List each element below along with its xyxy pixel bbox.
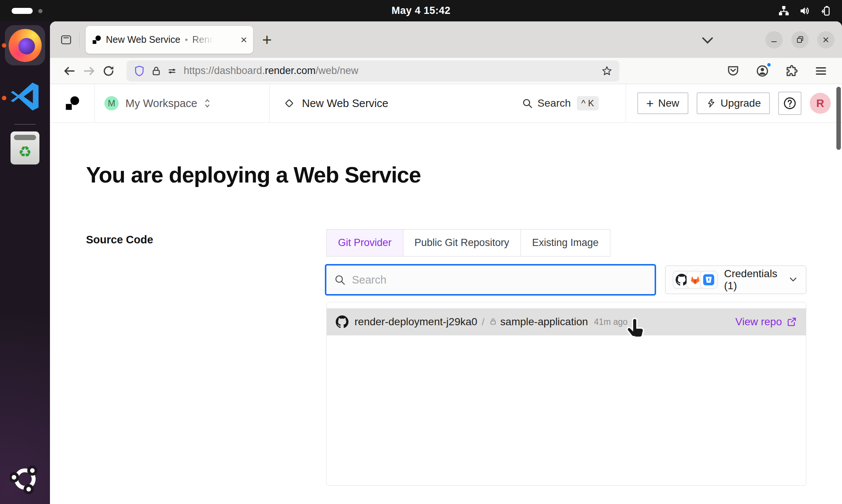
plus-icon: + (646, 97, 654, 110)
lock-icon[interactable] (151, 65, 162, 77)
window-restore-button[interactable] (791, 31, 809, 48)
window-minimize-button[interactable] (765, 31, 783, 48)
repo-separator: / (482, 316, 484, 328)
search-label: Search (537, 97, 571, 109)
page-content: M My Workspace New Web Service (50, 84, 842, 504)
list-tabs-chevron-icon[interactable] (699, 31, 716, 48)
vscode-running-indicator (2, 96, 6, 100)
tracking-shield-icon[interactable] (133, 65, 145, 77)
hamburger-icon (814, 64, 828, 78)
volume-icon[interactable] (799, 5, 810, 17)
bookmark-star-icon[interactable] (598, 62, 616, 80)
workspace-switcher[interactable]: M My Workspace (95, 84, 270, 122)
menu-button[interactable] (813, 63, 829, 79)
workspace-avatar: M (104, 96, 119, 110)
github-icon (336, 315, 349, 328)
private-lock-icon (489, 317, 497, 326)
view-repo-link[interactable]: View repo (735, 316, 797, 328)
tabbar-divider (79, 32, 80, 47)
header-actions: + New Upgrade R (626, 84, 842, 122)
dock-item-trash[interactable]: ♻ (11, 131, 39, 164)
firefox-window: New Web Service • Rend × + (50, 21, 842, 504)
recycle-icon: ♻ (11, 141, 39, 162)
page-title: New Web Service (302, 97, 388, 110)
account-notification-dot (766, 62, 772, 68)
minimize-icon (770, 35, 779, 44)
repo-row[interactable]: render-deployment-j29ka0 / sample-applic… (327, 308, 806, 335)
system-top-bar: May 4 15:42 (0, 0, 842, 21)
tab-git-provider[interactable]: Git Provider (327, 229, 403, 256)
source-code-label: Source Code (86, 234, 153, 246)
pocket-button[interactable] (725, 63, 741, 79)
service-diamond-icon (283, 97, 295, 109)
dock-item-firefox[interactable] (5, 25, 45, 65)
battery-icon[interactable] (820, 5, 831, 17)
page-scrollbar[interactable] (836, 87, 841, 150)
navigation-toolbar: https://dashboard.render.com/web/new (50, 58, 842, 84)
external-link-icon (786, 317, 797, 327)
network-icon[interactable] (778, 5, 789, 17)
new-tab-button[interactable]: + (262, 32, 272, 48)
dock-divider (14, 124, 36, 125)
forward-arrow-icon (82, 64, 96, 78)
header-main: New Web Service Search ^ K (270, 84, 626, 122)
account-button[interactable] (754, 63, 771, 79)
render-logo[interactable] (50, 84, 95, 122)
help-button[interactable] (778, 92, 801, 115)
close-icon (821, 35, 830, 44)
provider-chips (673, 271, 717, 288)
url-text[interactable]: https://dashboard.render.com/web/new (184, 65, 358, 77)
render-app-header: M My Workspace New Web Service (50, 84, 842, 123)
restore-icon (795, 35, 804, 44)
tab-close-icon[interactable]: × (240, 34, 247, 45)
global-search-button[interactable]: Search ^ K (522, 96, 599, 110)
search-icon (334, 274, 346, 286)
chevron-up-down-icon (202, 98, 212, 109)
page-heading: You are deploying a Web Service (86, 162, 421, 188)
chevron-down-icon (788, 274, 798, 285)
system-clock[interactable]: May 4 15:42 (0, 0, 842, 21)
bolt-icon (706, 98, 716, 109)
back-button[interactable] (60, 61, 79, 81)
tab-public-git-repository[interactable]: Public Git Repository (403, 229, 521, 256)
tab-bar: New Web Service • Rend × + (50, 21, 842, 58)
repo-search-input[interactable] (352, 274, 647, 286)
credentials-dropdown[interactable]: Credentials (1) (665, 266, 806, 294)
credentials-label: Credentials (1) (724, 268, 788, 292)
browser-tab[interactable]: New Web Service • Rend × (86, 26, 253, 54)
firefox-running-indicator (2, 43, 6, 48)
tab-title: New Web Service • Rend (106, 34, 215, 45)
search-icon (522, 98, 533, 109)
pocket-icon (726, 64, 740, 78)
puzzle-icon (785, 64, 798, 78)
dock-item-app-grid[interactable] (10, 464, 40, 494)
repo-list-panel: render-deployment-j29ka0 / sample-applic… (326, 302, 806, 486)
upgrade-button[interactable]: Upgrade (697, 92, 770, 114)
repo-name: sample-application (500, 316, 588, 328)
tab-existing-image[interactable]: Existing Image (521, 229, 610, 256)
desktop: May 4 15:42 ♻ (0, 0, 842, 504)
window-close-button[interactable] (817, 31, 834, 48)
workspace-name: My Workspace (125, 97, 197, 110)
firefox-view-button[interactable] (56, 30, 76, 50)
forward-button[interactable] (79, 61, 99, 81)
url-bar[interactable]: https://dashboard.render.com/web/new (127, 60, 619, 81)
source-type-tabs: Git Provider Public Git Repository Exist… (326, 229, 610, 257)
render-favicon (92, 35, 101, 45)
permissions-icon[interactable] (166, 65, 178, 77)
reload-icon (102, 64, 115, 78)
firefox-view-icon (60, 34, 72, 46)
reload-button[interactable] (99, 61, 118, 81)
search-shortcut-badge: ^ K (577, 96, 599, 110)
dock: ♻ (0, 21, 50, 504)
bitbucket-icon (700, 271, 717, 288)
repo-search-field[interactable] (325, 264, 656, 296)
question-circle-icon (783, 96, 797, 110)
ubuntu-logo-icon (10, 464, 40, 494)
firefox-icon (9, 29, 42, 62)
new-button[interactable]: + New (637, 92, 688, 114)
dock-item-vscode[interactable] (8, 80, 42, 113)
extensions-button[interactable] (783, 63, 800, 79)
repo-owner: render-deployment-j29ka0 (355, 316, 477, 328)
user-avatar[interactable]: R (810, 93, 831, 114)
